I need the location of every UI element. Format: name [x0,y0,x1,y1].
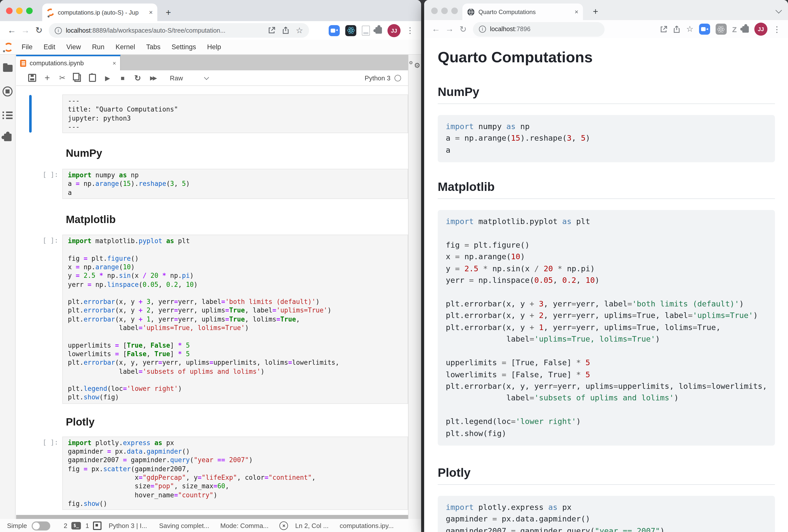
new-tab-button[interactable]: + [162,6,175,19]
code-cell-plotly[interactable]: [ ]: import plotly.express as pxgapminde… [29,436,408,510]
code-token: figure [107,254,131,262]
url-path: :8889/lab/workspaces/auto-S/tree/computa… [91,27,225,34]
menu-settings[interactable]: Settings [166,40,202,54]
tab-close-icon[interactable]: × [575,8,578,16]
code-token: label [446,335,530,344]
copy-cell-button[interactable] [73,74,81,82]
site-info-icon[interactable]: i [479,26,486,33]
notebook-tab[interactable]: computations.ipynb × [16,55,121,70]
restart-run-all-button[interactable]: ▶▶ [149,75,157,81]
running-sessions-icon[interactable] [2,86,13,97]
traffic-light-zoom[interactable] [26,7,33,14]
traffic-light-close[interactable] [6,7,13,14]
code-cell-editor-plotly[interactable]: import plotly.express as pxgapminder = p… [62,436,408,510]
mode-indicator[interactable]: Mode: Comma... [220,522,269,530]
cursor-position[interactable]: Ln 2, Col ... [295,522,329,530]
code-cell-numpy[interactable]: [ ]: import numpy as npa = np.arange(15)… [29,169,408,199]
menu-help[interactable]: Help [201,40,226,54]
file-browser-icon[interactable] [3,65,12,72]
code-cell-editor-matplotlib[interactable]: import matplotlib.pyplot as plt fig = pl… [62,234,408,404]
share-icon[interactable] [673,25,681,33]
code-token: plt. [68,359,84,366]
code-token: np.pi) [563,264,595,273]
code-cell-editor-numpy[interactable]: import numpy as npa = np.arange(15).resh… [62,169,408,199]
code-token: plt.show(fig) [446,429,506,438]
tab-search-chevron-icon[interactable] [775,7,782,13]
kernel-status-text[interactable]: Python 3 | I... [109,522,147,530]
reload-icon[interactable]: ↻ [32,24,46,37]
code-line: a = np.arange(15).reshape(3, 5) [68,180,402,188]
open-in-new-icon[interactable] [660,25,668,33]
react-devtools-icon[interactable] [345,25,356,36]
site-info-icon[interactable]: i [55,27,62,34]
code-token: gapminder.query( [516,527,595,532]
add-cell-button[interactable]: + [43,73,51,83]
property-inspector-icon[interactable]: ⚙⚙ [410,61,421,70]
traffic-light-minimize[interactable] [441,7,448,14]
markdown-heading-matplotlib[interactable]: Matplotlib [66,213,408,226]
code-token: = [210,359,214,366]
code-cell-matplotlib[interactable]: [ ]: import matplotlib.pyplot as plt fig… [29,234,408,404]
paste-icon [89,74,96,82]
menu-kernel[interactable]: Kernel [110,40,141,54]
code-token: matplotlib.pyplot [474,217,562,226]
menu-run[interactable]: Run [86,40,110,54]
cut-cell-button[interactable]: ✂ [58,73,66,82]
forward-icon[interactable]: → [19,24,32,37]
code-token: , [178,281,186,288]
extensions-puzzle-icon[interactable] [375,27,382,34]
z-extension-icon[interactable]: Z [732,25,737,34]
raw-cell[interactable]: ---title: "Quarto Computations"jupyter: … [29,95,408,133]
share-icon[interactable] [282,27,289,34]
profile-avatar[interactable]: JJ [388,24,400,37]
back-icon[interactable]: ← [429,22,443,36]
bookmark-star-icon[interactable]: ☆ [296,26,303,35]
menu-tabs[interactable]: Tabs [141,40,166,54]
zoom-extension-icon[interactable] [329,25,340,36]
simple-mode-toggle[interactable] [32,521,50,530]
react-devtools-icon[interactable] [716,24,727,35]
reload-icon[interactable]: ↻ [456,22,470,36]
forward-icon[interactable]: → [443,22,456,36]
notebook-tab-close-icon[interactable]: × [113,60,116,67]
raw-cell-editor[interactable]: ---title: "Quarto Computations"jupyter: … [62,95,408,133]
menu-view[interactable]: View [61,40,86,54]
browser-tab-quarto[interactable]: Quarto Computations × [462,3,583,20]
run-cell-button[interactable]: ▶ [103,74,112,82]
cell-type-dropdown[interactable]: Raw [170,74,183,82]
save-button[interactable] [28,74,36,82]
zoom-extension-icon[interactable] [699,24,710,35]
browser-menu-icon[interactable]: ⋮ [406,26,414,35]
menu-edit[interactable]: Edit [38,40,61,54]
restart-kernel-button[interactable]: ↻ [134,73,142,83]
browser-tab-jupyter[interactable]: computations.ip (auto-S) - Jup × [42,3,157,21]
profile-avatar[interactable]: JJ [754,23,767,36]
page-extension-icon[interactable] [362,25,370,36]
address-bar[interactable]: i localhost:7896 [473,22,605,36]
extension-manager-icon[interactable] [4,134,11,141]
traffic-light-close[interactable] [431,7,438,14]
address-bar[interactable]: i localhost:8889/lab/workspaces/auto-S/t… [49,23,309,38]
kernel-count[interactable]: 1 [85,522,89,530]
table-of-contents-icon[interactable] [2,111,13,119]
terminal-count[interactable]: 2 [64,522,67,530]
markdown-heading-numpy[interactable]: NumPy [66,147,408,159]
markdown-heading-plotly[interactable]: Plotly [66,416,408,428]
extensions-puzzle-icon[interactable] [742,26,749,33]
browser-menu-icon[interactable]: ⋮ [773,24,781,34]
open-in-new-icon[interactable] [268,27,275,34]
traffic-light-zoom[interactable] [451,7,458,14]
quarto-browser-window: Quarto Computations × + ← → ↻ i localhos… [424,0,788,532]
traffic-light-minimize[interactable] [16,7,23,14]
new-tab-button[interactable]: + [589,5,602,18]
bookmark-star-icon[interactable]: ☆ [686,25,693,33]
code-token: = [123,385,127,392]
chevron-down-icon[interactable] [204,75,209,80]
stop-kernel-button[interactable]: ■ [119,74,127,82]
kernel-indicator[interactable]: Python 3 [365,74,401,82]
horizontal-scrollbar[interactable] [16,515,408,519]
paste-cell-button[interactable] [88,74,97,82]
tab-close-icon[interactable]: × [149,8,153,16]
back-icon[interactable]: ← [5,24,19,37]
menu-file[interactable]: File [16,40,38,54]
